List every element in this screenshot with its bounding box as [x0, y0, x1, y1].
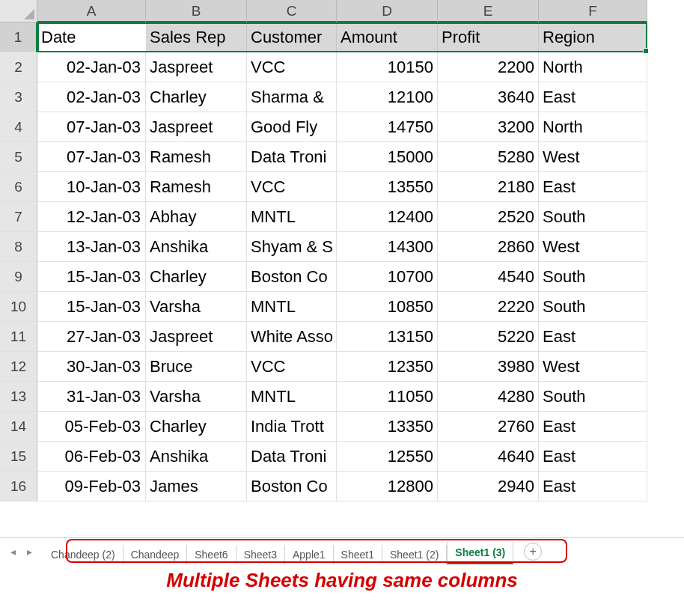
table-cell[interactable]: South	[539, 382, 647, 412]
table-cell[interactable]: South	[539, 292, 647, 322]
table-cell[interactable]: 15-Jan-03	[37, 292, 146, 322]
table-cell[interactable]: Shyam & S	[247, 232, 337, 262]
table-cell[interactable]: 13350	[337, 412, 438, 442]
table-cell[interactable]: 12400	[337, 202, 438, 232]
select-all-corner[interactable]	[0, 0, 37, 22]
table-cell[interactable]: 12550	[337, 442, 438, 472]
table-cell[interactable]: 10-Jan-03	[37, 172, 146, 202]
table-cell[interactable]: 2860	[438, 232, 539, 262]
table-cell[interactable]: Ramesh	[146, 142, 247, 172]
sheet-tab[interactable]: Sheet1	[334, 545, 382, 564]
col-head-d[interactable]: D	[337, 0, 438, 22]
row-head-16[interactable]: 16	[0, 472, 37, 501]
col-head-a[interactable]: A	[37, 0, 146, 22]
table-cell[interactable]: Data Troni	[247, 442, 337, 472]
table-cell[interactable]: Charley	[146, 412, 247, 442]
cell-A1[interactable]: Date	[37, 22, 146, 52]
table-cell[interactable]: Ramesh	[146, 172, 247, 202]
table-cell[interactable]: 06-Feb-03	[37, 442, 146, 472]
table-cell[interactable]: Jaspreet	[146, 112, 247, 142]
table-cell[interactable]: 4280	[438, 382, 539, 412]
table-cell[interactable]: 5220	[438, 322, 539, 352]
table-cell[interactable]: 05-Feb-03	[37, 412, 146, 442]
table-cell[interactable]: Varsha	[146, 382, 247, 412]
cell-D1[interactable]: Amount	[337, 22, 438, 52]
col-head-c[interactable]: C	[247, 0, 337, 22]
table-cell[interactable]: Data Troni	[247, 142, 337, 172]
sheet-tab[interactable]: Sheet1 (3)	[447, 541, 513, 564]
table-cell[interactable]: MNTL	[247, 202, 337, 232]
table-cell[interactable]: 3640	[438, 82, 539, 112]
table-cell[interactable]: Boston Co	[247, 472, 337, 501]
table-cell[interactable]: 10150	[337, 52, 438, 82]
table-cell[interactable]: 10850	[337, 292, 438, 322]
row-head-5[interactable]: 5	[0, 142, 37, 172]
row-head-2[interactable]: 2	[0, 52, 37, 82]
table-cell[interactable]: North	[539, 112, 647, 142]
table-cell[interactable]: Jaspreet	[146, 322, 247, 352]
table-cell[interactable]: East	[539, 442, 647, 472]
sheet-tab[interactable]: Sheet6	[187, 545, 236, 564]
table-cell[interactable]: 09-Feb-03	[37, 472, 146, 501]
table-cell[interactable]: South	[539, 262, 647, 292]
col-head-e[interactable]: E	[438, 0, 539, 22]
table-cell[interactable]: Anshika	[146, 442, 247, 472]
table-cell[interactable]: 02-Jan-03	[37, 52, 146, 82]
table-cell[interactable]: 12350	[337, 352, 438, 382]
table-cell[interactable]: Abhay	[146, 202, 247, 232]
table-cell[interactable]: 4540	[438, 262, 539, 292]
row-head-14[interactable]: 14	[0, 412, 37, 442]
row-head-3[interactable]: 3	[0, 82, 37, 112]
cell-E1[interactable]: Profit	[438, 22, 539, 52]
table-cell[interactable]: 13550	[337, 172, 438, 202]
table-cell[interactable]: East	[539, 412, 647, 442]
tab-prev-icon[interactable]: ◂	[6, 545, 19, 558]
table-cell[interactable]: 30-Jan-03	[37, 352, 146, 382]
table-cell[interactable]: James	[146, 472, 247, 501]
table-cell[interactable]: VCC	[247, 52, 337, 82]
row-head-6[interactable]: 6	[0, 172, 37, 202]
table-cell[interactable]: East	[539, 172, 647, 202]
col-head-b[interactable]: B	[146, 0, 247, 22]
table-cell[interactable]: 4640	[438, 442, 539, 472]
table-cell[interactable]: 12100	[337, 82, 438, 112]
table-cell[interactable]: India Trott	[247, 412, 337, 442]
col-head-f[interactable]: F	[539, 0, 647, 22]
table-cell[interactable]: 2200	[438, 52, 539, 82]
table-cell[interactable]: 10700	[337, 262, 438, 292]
row-head-15[interactable]: 15	[0, 442, 37, 472]
table-cell[interactable]: MNTL	[247, 382, 337, 412]
table-cell[interactable]: Jaspreet	[146, 52, 247, 82]
sheet-tab[interactable]: Chandeep	[123, 545, 188, 564]
row-head-9[interactable]: 9	[0, 262, 37, 292]
sheet-tab[interactable]: Sheet3	[236, 545, 285, 564]
row-head-12[interactable]: 12	[0, 352, 37, 382]
table-cell[interactable]: White Asso	[247, 322, 337, 352]
table-cell[interactable]: Bruce	[146, 352, 247, 382]
cell-C1[interactable]: Customer	[247, 22, 337, 52]
table-cell[interactable]: Boston Co	[247, 262, 337, 292]
table-cell[interactable]: South	[539, 202, 647, 232]
table-cell[interactable]: Varsha	[146, 292, 247, 322]
table-cell[interactable]: MNTL	[247, 292, 337, 322]
table-cell[interactable]: Anshika	[146, 232, 247, 262]
table-cell[interactable]: 12-Jan-03	[37, 202, 146, 232]
row-head-7[interactable]: 7	[0, 202, 37, 232]
table-cell[interactable]: 2180	[438, 172, 539, 202]
table-cell[interactable]: 12800	[337, 472, 438, 501]
table-cell[interactable]: East	[539, 82, 647, 112]
table-cell[interactable]: 07-Jan-03	[37, 112, 146, 142]
table-cell[interactable]: Good Fly	[247, 112, 337, 142]
table-cell[interactable]: 15000	[337, 142, 438, 172]
table-cell[interactable]: 14300	[337, 232, 438, 262]
table-cell[interactable]: Sharma &	[247, 82, 337, 112]
row-head-4[interactable]: 4	[0, 112, 37, 142]
cell-F1[interactable]: Region	[539, 22, 647, 52]
row-head-11[interactable]: 11	[0, 322, 37, 352]
table-cell[interactable]: 5280	[438, 142, 539, 172]
table-cell[interactable]: 14750	[337, 112, 438, 142]
row-head-10[interactable]: 10	[0, 292, 37, 322]
table-cell[interactable]: West	[539, 142, 647, 172]
table-cell[interactable]: 2760	[438, 412, 539, 442]
table-cell[interactable]: West	[539, 232, 647, 262]
